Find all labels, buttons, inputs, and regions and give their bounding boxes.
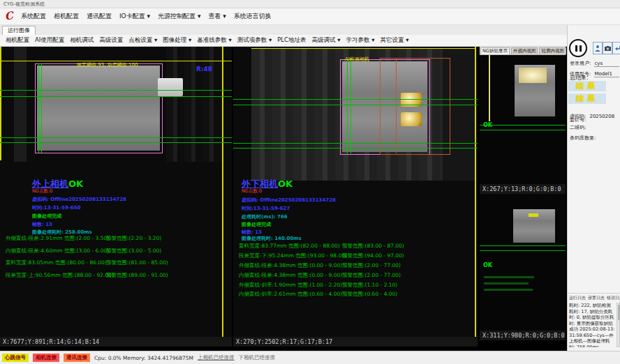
qr-label: 二维码: [570, 124, 586, 131]
log-tab-run[interactable]: 运行日志 [569, 295, 586, 301]
pixel-coords-lower: X:270;Y:2502;R:17;G:17;B:17 [233, 337, 478, 347]
mini-tab-outer-view[interactable]: 外观内视图 [511, 47, 538, 54]
barcode-label: 虚拟码: Offline20250208133134728 [242, 197, 336, 204]
mini-ok-label: OK [483, 262, 492, 268]
ai-camera-label: AI检测相机 [345, 56, 369, 63]
needle-label: 套针号: [570, 116, 586, 123]
vcode-value: 20250208 [589, 114, 614, 119]
warn-range-text: 预警范围:(2.20 - 3.20) [106, 235, 161, 242]
overlay-green-hline [0, 90, 232, 91]
tool-camera-debug[interactable]: 相机调试 [70, 36, 94, 45]
menu-item-view[interactable]: 查看 ▾ [208, 12, 226, 21]
user-lock-button[interactable] [593, 42, 603, 54]
model-field[interactable]: Model1 [594, 71, 619, 77]
measurement-text: 外侧直线-段差:4.38mm 范围:(0.00 - 9.00) [239, 262, 342, 269]
measurement-text: 外侧直线-斜率:1.90mm 范围:(1.00 - 2.20) [239, 282, 342, 289]
menu-bar: C 系统配置 相机配置 通讯配置 IO卡配置 ▾ 光源控制配置 ▾ 查看 ▾ 系… [0, 8, 620, 25]
user-icon [595, 45, 600, 52]
warn-range-text: 预警范围:(0.60 - 4.00) [342, 291, 397, 298]
result-ok-label: OK [68, 179, 83, 189]
tool-spot-check[interactable]: 点检设置 ▾ [128, 36, 157, 45]
camera-view-lower[interactable]: AI检测相机 外下相机OK NG点数:0 虚拟码: Offline2025020… [233, 47, 478, 337]
measurement-text: 内侧直线-斜率:2.61mm 范围:(0.60 - 4.00) [239, 291, 342, 298]
measurement-text: 内侧直线-段差:4.60mm 范围:(3.00 - 6.00) [6, 248, 109, 255]
time-label: 时间:13-31-59-627 [242, 205, 290, 212]
image-background-band [14, 47, 27, 162]
roi-label: R:48 [196, 66, 212, 73]
measurement-text: 直料宽度:83.77mm 范围:(82.00 - 88.00) [239, 243, 340, 250]
menu-item-language-switch[interactable]: 系统语言切换 [234, 12, 272, 21]
tool-plc-address[interactable]: PLC地址表 [277, 36, 306, 45]
tool-baseline-params[interactable]: 基准线参数 ▾ [197, 36, 231, 45]
log-tab-error[interactable]: 错误日志 [607, 295, 620, 301]
camera-name-label: 外下相机 [242, 179, 278, 189]
mini-result-line [484, 282, 529, 285]
tool-learn-params[interactable]: 学习参数 ▾ [346, 36, 374, 45]
mini-result-line [484, 276, 534, 278]
log-scrollbar[interactable] [617, 303, 620, 347]
menu-item-system-config[interactable]: 系统配置 [21, 12, 46, 21]
overlay-yellow-vline-left [0, 47, 1, 160]
warn-range-text: 预警范围:(89.00 - 91.00) [106, 272, 168, 279]
tool-advanced-settings[interactable]: 高级设置 [99, 36, 123, 45]
overlay-green-hline [480, 245, 566, 246]
warn-range-text: 预警范围:(2.00 - 77.00) [342, 272, 401, 279]
camera-name-label: 外上相机 [32, 179, 68, 189]
camera-link-badge: 相机连接 [33, 354, 59, 362]
status-bar: 心跳信号 相机连接 通讯连接 Cpu: 0.0% Memory: 3424.41… [0, 351, 620, 364]
overlay-yellow-hline [251, 48, 476, 49]
part-highlight [519, 68, 547, 83]
process-done-label: 图像处理完成 [242, 221, 271, 228]
menu-item-io-config[interactable]: IO卡配置 ▾ [119, 12, 150, 21]
overlay-green-vline [38, 63, 39, 153]
log-tab-settings[interactable]: 设置日志 [588, 295, 605, 301]
overlay-green-hline [233, 143, 478, 144]
warn-range-text: 预警范围:(1.10 - 2.10) [342, 282, 397, 289]
warn-range-text: 预警范围:(94.00 - 97.00) [342, 252, 404, 259]
overlay-green-hline [233, 105, 478, 105]
upper-camera-status: 上相机已经连接 [198, 354, 235, 361]
overlay-green-hline [480, 250, 566, 251]
overlay-yellow-mark [529, 213, 538, 217]
mini-view-2[interactable]: OK [480, 194, 566, 331]
gold-contact [401, 112, 422, 126]
tab-run-image[interactable]: 运行图像 [2, 26, 36, 36]
menu-item-light-config[interactable]: 光源控制配置 ▾ [158, 12, 200, 21]
log-text: 耗时: 222, 缺陷检测耗时: 17, 缺陷分类耗时: 0, 缺陷提取分区耗时… [569, 303, 615, 347]
lower-camera-status: 下相机已经连接 [239, 354, 276, 361]
overlay-green-hline [480, 125, 566, 126]
switch-user-button[interactable] [612, 42, 620, 54]
mini-view-1[interactable]: OK [480, 55, 566, 184]
log-tab-strip: 运行日志 设置日志 错误日志 [569, 295, 620, 301]
time-label: 时间:13-31-59-650 [32, 204, 80, 211]
mini-tab-ng-display[interactable]: NG缺陷显示 [480, 47, 510, 54]
image-background-texture [166, 47, 223, 162]
frame-count-label: 帧数: 13 [32, 221, 52, 228]
tool-image-process[interactable]: 图像处理 ▾ [163, 36, 191, 45]
result-ok-label: OK [278, 179, 293, 189]
menu-item-camera-config[interactable]: 相机配置 [54, 12, 79, 21]
camera-view-upper[interactable]: 固定阈值:93, 动态阈值:100 R:48 外上相机OK NG点数:0 虚拟码… [0, 47, 232, 337]
tool-other-settings[interactable]: 其它设置 ▾ [380, 36, 408, 45]
measurement-text: 直料宽度:83.05mm 范围:(80.00 - 86.00) [6, 259, 107, 266]
tool-camera-config[interactable]: 相机配置 [6, 36, 29, 45]
pixel-coords-mini-2: X:311;Y:980;R:0;G:0;B:0 [480, 331, 566, 340]
tool-ai-use-config[interactable]: AI使用配置 [35, 36, 64, 45]
app-logo-icon: C [4, 10, 14, 22]
overlay-green-hline [480, 130, 566, 130]
barcode-label: 虚拟码: Offline20250208133134728 [32, 196, 126, 203]
menu-item-comm-config[interactable]: 通讯配置 [87, 12, 112, 21]
camera-button[interactable] [603, 42, 612, 54]
pause-icon [580, 45, 582, 52]
tool-advanced-debug[interactable]: 高级调试 ▾ [312, 36, 341, 45]
overlay-orange-vline [396, 58, 397, 153]
toolbar: 相机配置 AI使用配置 相机调试 高级设置 点检设置 ▾ 图像处理 ▾ 基准线参… [0, 35, 567, 47]
process-time-label: 图像处理耗时: 140.00ms [242, 235, 302, 242]
measurement-text: 内侧直线-段差:4.38mm 范围:(0.00 - 9.00) [239, 272, 342, 279]
threshold-label: 固定阈值:93, 动态阈值:100 [77, 61, 138, 68]
measurement-text: 外侧直线-段差:2.91mm 范围:(2.00 - 3.50) [6, 235, 109, 242]
overlay-green-hline [233, 148, 478, 149]
mini-tab-contour-view[interactable]: 轮廓内视图 [539, 47, 566, 54]
tool-test-params[interactable]: 测试项参数 ▾ [237, 36, 272, 45]
title-bar: CYG-视觉检测系统 [0, 0, 620, 8]
